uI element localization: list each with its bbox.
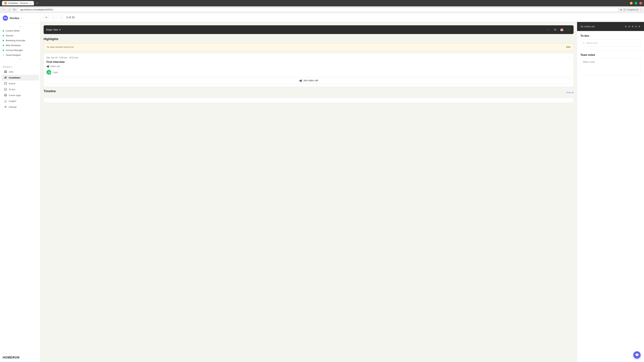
video-call-icon: 📹 xyxy=(299,79,302,82)
interview-datetime: Sat, Jan 20 · 9:30 am - 10:15 am xyxy=(46,56,78,59)
email-button[interactable]: ✉ xyxy=(552,27,558,32)
sidebar-item-career-page-label: Career page xyxy=(9,94,21,96)
star-5[interactable]: ★ xyxy=(638,25,641,28)
chat-button[interactable]: 💬 xyxy=(633,351,641,359)
interview-type-label: Video call xyxy=(50,65,60,67)
sidebar-item-jobs[interactable]: Jobs xyxy=(1,69,39,75)
maximize-button[interactable] xyxy=(634,2,637,4)
active-dot-icon xyxy=(3,50,4,51)
sidebar-item-insights[interactable]: Insights xyxy=(1,98,39,104)
calendar-add-icon: 📅 xyxy=(560,28,564,31)
team-notes-section: Team notes xyxy=(577,50,644,362)
chart-icon xyxy=(4,99,7,103)
disqualify-button[interactable]: − xyxy=(546,27,551,32)
down-arrow-icon: ↓ xyxy=(60,16,62,19)
review-label: No review yet xyxy=(580,25,595,28)
tab-favicon: H xyxy=(4,2,7,4)
todos-title: To-dos xyxy=(580,34,641,37)
chat-icon: 💬 xyxy=(635,353,639,357)
star-rating[interactable]: ★ ★ ★ ★ ★ xyxy=(624,25,641,28)
job-item-label: Teacher xyxy=(6,34,14,37)
grid-icon xyxy=(4,70,7,73)
active-dot-icon xyxy=(3,40,4,41)
more-options-button[interactable]: ⋯ xyxy=(566,27,571,32)
sidebar-item-settings[interactable]: Settings xyxy=(1,104,39,110)
org-section-label: Moodjoy ▾ xyxy=(0,64,40,69)
sidebar-item-settings-label: Settings xyxy=(9,106,16,108)
check-icon xyxy=(4,88,7,91)
stage-selector[interactable]: Stage: New ▾ xyxy=(46,28,544,31)
bookmark-icon[interactable]: ★ xyxy=(620,8,622,11)
active-dot-icon xyxy=(3,30,4,31)
sidebar-item-candidates-label: Candidates xyxy=(9,76,20,79)
job-item-account-manager[interactable]: Account Manager xyxy=(0,48,40,53)
menu-icon[interactable]: ⋮ xyxy=(640,8,642,11)
next-candidate-button[interactable]: ↓ xyxy=(58,15,64,20)
data-retention-warning: No data retention period set Edit xyxy=(44,43,574,51)
sidebar-item-events[interactable]: Events xyxy=(1,81,39,86)
right-panel: No review yet ★ ★ ★ ★ ★ To-dos + Add a t… xyxy=(577,22,644,362)
job-item-label: Web Developer xyxy=(6,44,21,46)
job-item-content-writer[interactable]: Content Writer xyxy=(0,28,40,33)
job-item-label: Account Manager xyxy=(6,49,23,51)
job-item-marketing-associate[interactable]: Marketing Associate xyxy=(0,38,40,43)
avatar: MM xyxy=(3,15,8,21)
prev-candidate-button[interactable]: ↑ xyxy=(51,15,56,20)
star-1[interactable]: ★ xyxy=(624,25,627,28)
interview-header: Sat, Jan 20 · 9:30 am - 10:15 am ⋯ xyxy=(46,56,571,59)
star-4[interactable]: ★ xyxy=(634,25,637,28)
edit-retention-button[interactable]: Edit xyxy=(566,46,570,48)
job-list: ▲ Content Writer Teacher Marketing Assoc… xyxy=(0,23,40,63)
sidebar-item-career-page[interactable]: Career page xyxy=(1,92,39,98)
sidebar-item-todos[interactable]: To-dos xyxy=(1,86,39,92)
close-window-button[interactable] xyxy=(639,2,642,4)
sidebar: MM Moodjoy ▾ ▲ Content Writer Teacher Ma… xyxy=(0,13,40,362)
interview-type: 📹 Video call xyxy=(46,65,571,67)
browser-tab[interactable]: H Candidates · Homerun ✕ xyxy=(2,1,34,5)
view-all-link[interactable]: View all xyxy=(566,91,574,94)
tab-close-button[interactable]: ✕ xyxy=(30,2,32,4)
video-icon: 📹 xyxy=(46,65,49,67)
svg-rect-1 xyxy=(6,70,7,71)
stage-actions: − ✉ 📅 ⋯ xyxy=(546,27,571,32)
timeline-title: Timeline xyxy=(44,89,56,93)
job-item-label: Visual Designer xyxy=(6,54,21,56)
candidate-counter: 2 of 15 xyxy=(66,16,75,19)
org-chevron-icon: ▾ xyxy=(11,66,12,68)
timeline-item xyxy=(44,98,574,103)
reload-button[interactable]: ↻ xyxy=(13,7,16,12)
main-content: ✕ ↑ ↓ 2 of 15 Stage: New ▾ xyxy=(40,13,644,362)
candidate-panel: Stage: New ▾ − ✉ 📅 xyxy=(40,22,577,362)
job-item-label: Content Writer xyxy=(6,29,20,32)
back-button[interactable]: ← xyxy=(2,7,6,12)
sidebar-item-events-label: Events xyxy=(9,82,16,85)
interview-card: Sat, Jan 20 · 9:30 am - 10:15 am ⋯ First… xyxy=(44,53,574,87)
inactive-dot-icon xyxy=(3,54,4,56)
job-item-teacher[interactable]: Teacher xyxy=(0,33,40,38)
svg-point-5 xyxy=(6,77,7,77)
job-item-label: Marketing Associate xyxy=(6,39,25,42)
minimize-button[interactable] xyxy=(630,2,632,4)
add-todo-button[interactable]: + Add a to-do xyxy=(580,39,641,46)
join-btn-label: Join video call xyxy=(304,79,318,82)
chevron-down-icon[interactable]: ▾ xyxy=(21,17,22,19)
job-item-visual-designer[interactable]: Visual Designer xyxy=(0,53,40,57)
calendar-icon xyxy=(4,82,7,85)
close-candidate-button[interactable]: ✕ xyxy=(44,15,49,20)
interview-more-icon[interactable]: ⋯ xyxy=(568,56,571,59)
company-name: Moodjoy xyxy=(10,17,20,19)
interview-title: First interview xyxy=(46,60,571,63)
new-tab-button[interactable]: + xyxy=(36,1,38,5)
forward-button[interactable]: → xyxy=(8,7,12,12)
star-2[interactable]: ★ xyxy=(628,25,630,28)
star-3[interactable]: ★ xyxy=(631,25,634,28)
join-video-call-button[interactable]: 📹 Join video call xyxy=(46,77,571,84)
todos-section: To-dos + Add a to-do xyxy=(577,31,644,50)
schedule-button[interactable]: 📅 xyxy=(559,27,564,32)
sidebar-item-candidates[interactable]: Candidates xyxy=(1,75,39,80)
job-item-web-developer[interactable]: Web Developer xyxy=(0,43,40,48)
sidebar-item-todos-label: To-dos xyxy=(9,88,15,91)
url-bar[interactable]: app.homerun.co/candidates/5425511 xyxy=(18,7,619,12)
team-notes-input[interactable] xyxy=(580,58,641,75)
sidebar-toggle-icon[interactable]: ☷ xyxy=(624,8,626,11)
